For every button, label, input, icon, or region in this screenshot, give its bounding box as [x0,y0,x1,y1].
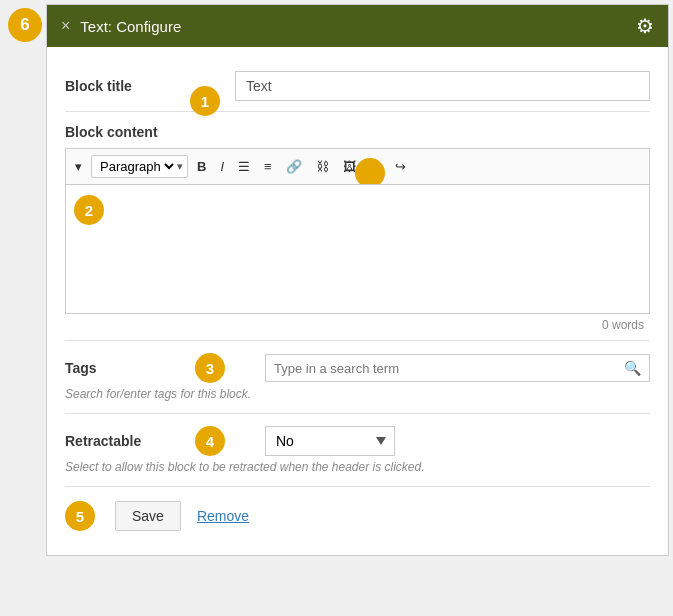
unlink-button[interactable]: ⛓ [311,156,334,177]
panel-header: × Text: Configure ⚙ [47,5,668,47]
step-badge-5: 5 [65,501,95,531]
ordered-list-button[interactable]: ≡ [259,156,277,177]
retractable-hint: Select to allow this block to be retract… [65,460,650,482]
save-button[interactable]: Save [115,501,181,531]
tags-input-wrap: 🔍 [265,354,650,382]
tags-section: Tags 3 🔍 Search for/enter tags for this … [65,341,650,414]
editor-area[interactable]: 2 [65,184,650,314]
paragraph-select-wrap[interactable]: Paragraph ▾ [91,155,188,178]
step-badge-2: 2 [74,195,104,225]
italic-button[interactable]: I [215,156,229,177]
retractable-select[interactable]: No Yes [265,426,395,456]
panel-footer: 5 Save Remove [65,487,650,541]
step-badge-4: 4 [195,426,225,456]
panel-title: Text: Configure [80,18,181,35]
link-button[interactable]: 🔗 [281,156,307,177]
tags-search-input[interactable] [274,361,624,376]
block-content-section: Block content ▾ Paragraph ▾ B [65,112,650,341]
tags-hint: Search for/enter tags for this block. [65,387,650,409]
tags-label: Tags [65,360,195,376]
retractable-section: Retractable 4 No Yes Select to allow thi… [65,414,650,487]
paragraph-select[interactable]: Paragraph [96,158,177,175]
block-title-label: Block title [65,78,195,94]
search-icon: 🔍 [624,360,641,376]
block-title-input[interactable] [235,71,650,101]
close-button[interactable]: × [61,18,70,34]
word-count: 0 words [65,314,650,340]
block-content-label: Block content [65,124,650,140]
remove-button[interactable]: Remove [197,508,249,524]
block-title-row: Block title 1 [65,61,650,112]
step-badge-3: 3 [195,353,225,383]
settings-icon[interactable]: ⚙ [636,14,654,38]
redo-button[interactable]: ↪ [390,156,411,177]
toolbar-collapse-btn[interactable]: ▾ [70,156,87,177]
bold-button[interactable]: B [192,156,211,177]
step-badge-6: 6 [8,8,42,42]
retractable-label: Retractable [65,433,195,449]
unordered-list-button[interactable]: ☰ [233,156,255,177]
